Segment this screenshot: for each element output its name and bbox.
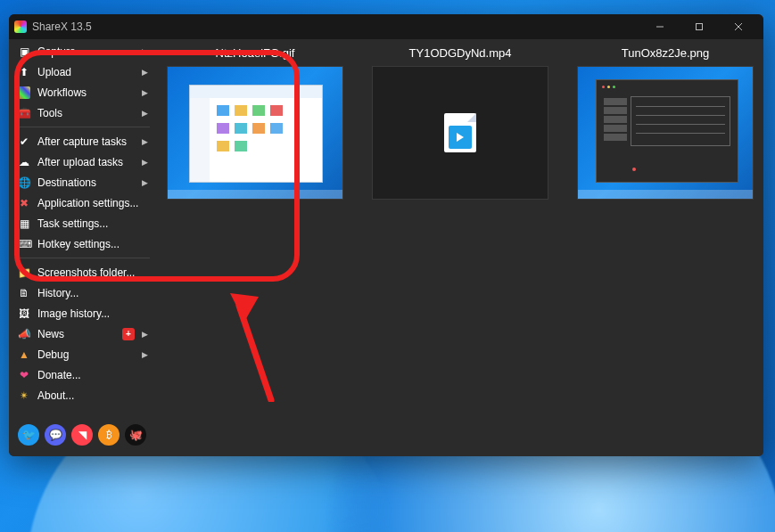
- menu-hotkey-settings[interactable]: ⌨ Hotkey settings...: [9, 233, 155, 254]
- menu-destinations[interactable]: 🌐 Destinations ▶: [9, 172, 155, 192]
- chevron-right-icon: ▶: [142, 137, 148, 146]
- menu-app-settings[interactable]: ✖ Application settings...: [9, 192, 155, 213]
- minimize-button[interactable]: [640, 14, 680, 39]
- news-badge: +: [122, 328, 135, 340]
- menu-label: Tools: [37, 107, 135, 119]
- discord-icon[interactable]: 💬: [45, 424, 66, 446]
- task-settings-icon: ▦: [18, 217, 30, 230]
- thumbnail-preview: [167, 66, 343, 200]
- patreon-icon[interactable]: ◥: [71, 424, 93, 446]
- image-history-icon: 🖼: [18, 307, 30, 320]
- sharex-window: ShareX 13.5 ▣ Capture ▶ ⬆ Upload ▶: [9, 14, 763, 456]
- menu-screenshots-folder[interactable]: 📁 Screenshots folder...: [9, 262, 155, 282]
- thumbnail-preview: [372, 66, 548, 200]
- hotkey-settings-icon: ⌨: [18, 238, 30, 250]
- thumbnail-name: TunOx8z2Je.png: [622, 46, 710, 62]
- menu-label: After upload tasks: [37, 156, 135, 168]
- debug-icon: ▲: [18, 348, 30, 361]
- divider: [14, 258, 150, 258]
- github-icon[interactable]: 🐙: [125, 424, 146, 446]
- chevron-right-icon: ▶: [142, 350, 148, 359]
- menu-after-upload[interactable]: ☁ After upload tasks ▶: [9, 151, 155, 172]
- menu-donate[interactable]: ❤ Donate...: [9, 364, 155, 385]
- app-icon: [14, 20, 27, 33]
- menu-label: Capture: [37, 45, 135, 58]
- capture-icon: ▣: [18, 45, 30, 58]
- menu-workflows[interactable]: Workflows ▶: [9, 82, 155, 102]
- divider: [14, 127, 150, 127]
- thumbnail-preview: [577, 66, 754, 200]
- menu-label: Debug: [37, 348, 135, 361]
- after-capture-icon: ✔: [18, 135, 30, 148]
- menu-label: Workflows: [37, 86, 135, 99]
- svg-rect-1: [697, 24, 703, 30]
- menu-label: About...: [37, 389, 148, 402]
- after-upload-icon: ☁: [18, 156, 30, 168]
- thumbnail-item[interactable]: TY1ODGDyNd.mp4: [371, 46, 549, 200]
- menu-history[interactable]: 🗎 History...: [9, 282, 155, 303]
- destinations-icon: 🌐: [18, 176, 30, 189]
- chevron-right-icon: ▶: [142, 88, 148, 97]
- menu-task-settings[interactable]: ▦ Task settings...: [9, 213, 155, 233]
- bitcoin-icon[interactable]: ₿: [98, 424, 120, 446]
- social-links: 🐦 💬 ◥ ₿ 🐙: [9, 415, 155, 456]
- donate-icon: ❤: [18, 369, 30, 381]
- folder-icon: 📁: [18, 266, 30, 279]
- chevron-right-icon: ▶: [142, 158, 148, 167]
- menu-label: Hotkey settings...: [37, 238, 148, 250]
- menu-label: News: [37, 328, 115, 340]
- menu-news[interactable]: 📣 News + ▶: [9, 323, 155, 344]
- maximize-button[interactable]: [680, 14, 719, 39]
- menu-label: After capture tasks: [37, 135, 135, 148]
- menu-label: Destinations: [37, 176, 135, 189]
- thumbnail-name: TY1ODGDyNd.mp4: [409, 46, 512, 62]
- menu-label: Donate...: [37, 369, 148, 381]
- chevron-right-icon: ▶: [142, 178, 148, 187]
- workflows-icon: [18, 86, 30, 99]
- menu-image-history[interactable]: 🖼 Image history...: [9, 303, 155, 323]
- news-icon: 📣: [18, 328, 30, 340]
- history-icon: 🗎: [18, 287, 30, 299]
- menu-label: Image history...: [37, 307, 148, 320]
- menu-after-capture[interactable]: ✔ After capture tasks ▶: [9, 131, 155, 151]
- menu-tools[interactable]: 🧰 Tools ▶: [9, 102, 155, 123]
- menu-upload[interactable]: ⬆ Upload ▶: [9, 61, 155, 82]
- menu-capture[interactable]: ▣ Capture ▶: [9, 41, 155, 61]
- video-file-icon: [444, 113, 476, 152]
- app-settings-icon: ✖: [18, 197, 30, 209]
- menu-label: Task settings...: [37, 217, 148, 230]
- menu-debug[interactable]: ▲ Debug ▶: [9, 344, 155, 364]
- chevron-right-icon: ▶: [142, 109, 148, 118]
- thumbnail-name: NtzHoaeiFG.gif: [216, 46, 295, 62]
- close-icon: [734, 22, 743, 31]
- tools-icon: 🧰: [18, 107, 30, 119]
- titlebar[interactable]: ShareX 13.5: [9, 14, 763, 39]
- close-button[interactable]: [719, 14, 758, 39]
- window-title: ShareX 13.5: [32, 20, 92, 33]
- upload-icon: ⬆: [18, 66, 30, 78]
- chevron-right-icon: ▶: [142, 47, 148, 56]
- menu-label: Application settings...: [37, 197, 148, 209]
- twitter-icon[interactable]: 🐦: [18, 424, 39, 446]
- chevron-right-icon: ▶: [142, 68, 148, 77]
- about-icon: ✴: [18, 389, 30, 402]
- thumbnail-area: NtzHoaeiFG.gif: [155, 39, 763, 456]
- menu-label: Upload: [37, 66, 135, 78]
- thumbnail-item[interactable]: NtzHoaeiFG.gif: [166, 46, 344, 200]
- sidebar: ▣ Capture ▶ ⬆ Upload ▶ Workflows ▶ 🧰 Too…: [9, 39, 155, 456]
- menu-label: History...: [37, 287, 148, 299]
- chevron-right-icon: ▶: [142, 330, 148, 339]
- menu-label: Screenshots folder...: [37, 266, 148, 279]
- menu-about[interactable]: ✴ About...: [9, 385, 155, 405]
- thumbnail-item[interactable]: TunOx8z2Je.png: [576, 46, 754, 200]
- maximize-icon: [695, 22, 704, 31]
- minimize-icon: [655, 22, 664, 31]
